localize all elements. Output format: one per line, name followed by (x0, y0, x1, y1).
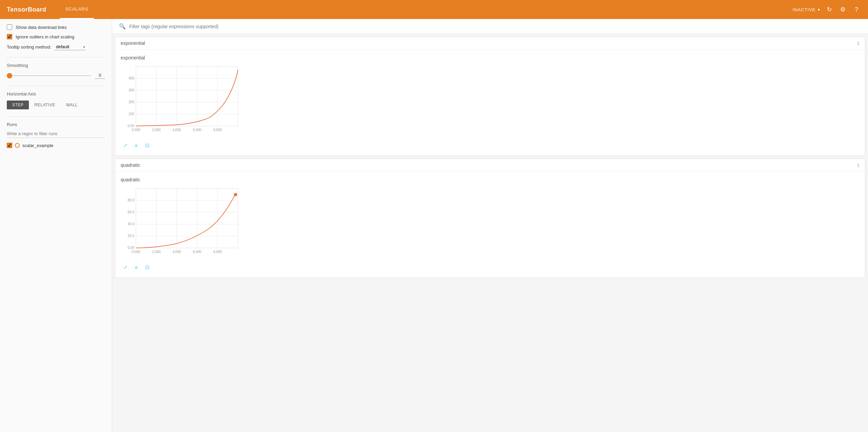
haxis-buttons: STEP RELATIVE WALL (7, 101, 105, 109)
svg-text:2,000: 2,000 (152, 250, 160, 254)
quadratic-section-count: 1 (857, 163, 860, 168)
filter-input[interactable] (129, 24, 861, 29)
status-label: INACTIVE (793, 7, 816, 12)
svg-text:8,000: 8,000 (213, 128, 222, 132)
quadratic-chart-actions: ⤢ ≡ ⊡ (121, 263, 860, 272)
runs-title: Runs (7, 122, 105, 127)
svg-text:8,000: 8,000 (213, 250, 222, 254)
ignore-outliers-label: Ignore outliers in chart scaling (16, 34, 74, 39)
exponential-chart-svg: 400 300 200 100 0.00 0.000 2,000 4,000 6… (121, 63, 243, 138)
svg-text:40.0: 40.0 (128, 222, 135, 226)
header-controls: INACTIVE ▾ ↻ ⚙ ? (793, 5, 861, 14)
nav-tabs: SCALARS (60, 0, 94, 19)
haxis-step-button[interactable]: STEP (7, 101, 29, 109)
run-item[interactable]: scalar_example (7, 143, 105, 148)
smoothing-section: Smoothing 0 (7, 63, 105, 79)
svg-rect-0 (136, 67, 238, 126)
quadratic-chart-area: 80.0 60.0 40.0 20.0 0.00 0.000 2,000 4,0… (121, 185, 243, 260)
smoothing-title: Smoothing (7, 63, 105, 68)
app-layout: Show data download links Ignore outliers… (0, 19, 868, 432)
run-name: scalar_example (22, 143, 53, 148)
quadratic-section-header: quadratic 1 (115, 159, 865, 172)
show-download-links-row[interactable]: Show data download links (7, 24, 105, 30)
exponential-chart-title: exponential (121, 55, 860, 60)
data-button[interactable]: ≡ (132, 141, 141, 150)
quadratic-chart-svg: 80.0 60.0 40.0 20.0 0.00 0.000 2,000 4,0… (121, 185, 243, 260)
smoothing-value: 0 (95, 73, 105, 79)
svg-text:300: 300 (128, 88, 134, 92)
image-button-2[interactable]: ⊡ (142, 263, 152, 272)
divider-1 (7, 57, 105, 57)
display-options: Show data download links Ignore outliers… (7, 24, 105, 50)
header: TensorBoard SCALARS INACTIVE ▾ ↻ ⚙ ? (0, 0, 868, 19)
exponential-section-header: exponential 1 (115, 37, 865, 50)
svg-point-38 (234, 193, 237, 196)
svg-text:60.0: 60.0 (128, 210, 135, 214)
svg-text:100: 100 (128, 112, 134, 116)
runs-filter-input[interactable] (7, 130, 105, 138)
exponential-chart-actions: ⤢ ≡ ⊡ (121, 141, 860, 150)
exponential-chart-area: 400 300 200 100 0.00 0.000 2,000 4,000 6… (121, 63, 243, 138)
ignore-outliers-checkbox[interactable] (7, 34, 12, 39)
svg-rect-19 (136, 188, 238, 248)
refresh-button[interactable]: ↻ (824, 5, 834, 14)
svg-text:0.00: 0.00 (128, 246, 135, 250)
svg-text:0.000: 0.000 (132, 128, 140, 132)
chevron-down-icon: ▾ (818, 7, 820, 12)
svg-text:4,000: 4,000 (172, 250, 181, 254)
svg-text:20.0: 20.0 (128, 234, 135, 238)
exponential-chart-card: exponential (115, 50, 865, 156)
filter-bar: 🔍 (112, 19, 868, 34)
expand-button[interactable]: ⤢ (121, 141, 130, 150)
quadratic-section: quadratic 1 quadratic (115, 159, 865, 278)
main-content: 🔍 exponential 1 exponential (112, 19, 868, 432)
exponential-section-count: 1 (857, 41, 860, 46)
tooltip-sorting-row: Tooltip sorting method: default ascendin… (7, 43, 105, 50)
svg-text:2,000: 2,000 (152, 128, 160, 132)
run-color-indicator (15, 143, 20, 148)
run-checkbox[interactable] (7, 143, 12, 148)
ignore-outliers-row[interactable]: Ignore outliers in chart scaling (7, 34, 105, 39)
horizontal-axis-section: Horizontal Axis STEP RELATIVE WALL (7, 91, 105, 109)
svg-text:6,000: 6,000 (193, 250, 201, 254)
svg-text:80.0: 80.0 (128, 198, 135, 202)
tab-scalars[interactable]: SCALARS (60, 0, 94, 19)
show-download-links-checkbox[interactable] (7, 24, 12, 30)
svg-text:0.00: 0.00 (128, 124, 135, 128)
exponential-section: exponential 1 exponential (115, 37, 865, 156)
divider-2 (7, 86, 105, 86)
app-logo: TensorBoard (7, 6, 46, 13)
svg-text:0.000: 0.000 (132, 250, 140, 254)
smoothing-slider[interactable] (7, 75, 91, 76)
sidebar: Show data download links Ignore outliers… (0, 19, 112, 432)
smoothing-row: 0 (7, 73, 105, 79)
status-dropdown[interactable]: INACTIVE ▾ (793, 7, 820, 12)
svg-text:4,000: 4,000 (172, 128, 181, 132)
quadratic-chart-title: quadratic (121, 177, 860, 182)
tooltip-sorting-select[interactable]: default ascending descending nearest (55, 43, 86, 50)
settings-button[interactable]: ⚙ (838, 5, 848, 14)
data-button-2[interactable]: ≡ (132, 263, 141, 272)
quadratic-section-title: quadratic (121, 162, 140, 168)
tooltip-sorting-wrapper: default ascending descending nearest ▾ (55, 43, 86, 50)
show-download-links-label: Show data download links (16, 25, 67, 30)
runs-section: Runs scalar_example (7, 122, 105, 148)
haxis-wall-button[interactable]: WALL (60, 101, 83, 109)
exponential-section-title: exponential (121, 40, 145, 46)
quadratic-chart-card: quadratic (115, 172, 865, 277)
image-button[interactable]: ⊡ (142, 141, 152, 150)
svg-text:400: 400 (128, 76, 134, 80)
horizontal-axis-title: Horizontal Axis (7, 91, 105, 96)
search-icon: 🔍 (119, 23, 126, 30)
divider-3 (7, 116, 105, 116)
svg-text:200: 200 (128, 100, 134, 104)
help-button[interactable]: ? (852, 5, 861, 14)
haxis-relative-button[interactable]: RELATIVE (29, 101, 60, 109)
tooltip-sorting-label: Tooltip sorting method: (7, 44, 51, 50)
svg-text:6,000: 6,000 (193, 128, 201, 132)
expand-button-2[interactable]: ⤢ (121, 263, 130, 272)
